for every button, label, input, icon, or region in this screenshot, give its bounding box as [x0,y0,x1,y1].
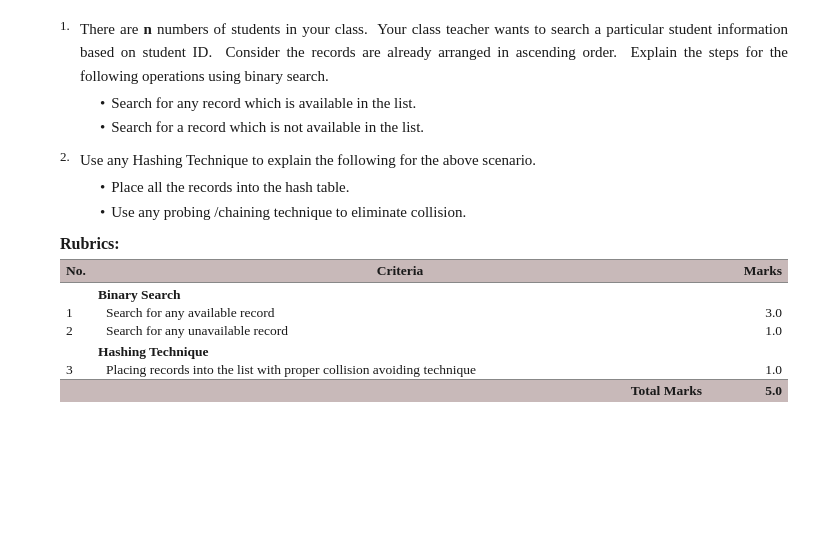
bullet-dot-icon: • [100,176,105,199]
bullet-dot-icon: • [100,92,105,115]
section-hashing: Hashing Technique [60,340,788,361]
total-row: Total Marks 5.0 [60,380,788,403]
q2-number: 2. [60,149,80,225]
q2-text: Use any Hashing Technique to explain the… [80,149,788,225]
section-header-label: Binary Search [92,283,708,305]
row-2-criteria: Search for any unavailable record [92,322,708,340]
rubrics-table: No. Criteria Marks Binary Search 1 Searc… [60,259,788,402]
q2-bullet-1: • Place all the records into the hash ta… [100,176,788,199]
question-1: 1. There are n numbers of students in yo… [60,18,788,141]
bullet-dot-icon: • [100,116,105,139]
section-no-empty [60,340,92,361]
row-3-marks: 1.0 [708,361,788,380]
table-header-row: No. Criteria Marks [60,260,788,283]
page: 1. There are n numbers of students in yo… [0,0,828,544]
col-header-no: No. [60,260,92,283]
row-2-marks: 1.0 [708,322,788,340]
q1-bullet-2: • Search for a record which is not avail… [100,116,788,139]
section-marks-empty [708,340,788,361]
col-header-marks: Marks [708,260,788,283]
section-header-label: Hashing Technique [92,340,708,361]
row-1-marks: 3.0 [708,304,788,322]
q1-bullets: • Search for any record which is availab… [100,92,788,139]
row-3-no: 3 [60,361,92,380]
section-no-empty [60,283,92,305]
row-1-criteria: Search for any available record [92,304,708,322]
table-row: 1 Search for any available record 3.0 [60,304,788,322]
section-marks-empty [708,283,788,305]
row-2-no: 2 [60,322,92,340]
section-binary-search: Binary Search [60,283,788,305]
q1-bold-n: n [143,21,151,37]
col-header-criteria: Criteria [92,260,708,283]
rubrics-title: Rubrics: [60,235,788,253]
table-row: 3 Placing records into the list with pro… [60,361,788,380]
q2-bullet-2: • Use any probing /chaining technique to… [100,201,788,224]
row-1-no: 1 [60,304,92,322]
table-row: 2 Search for any unavailable record 1.0 [60,322,788,340]
q1-text: There are n numbers of students in your … [80,18,788,141]
row-3-criteria: Placing records into the list with prope… [92,361,708,380]
bullet-dot-icon: • [100,201,105,224]
q1-number: 1. [60,18,80,141]
total-value: 5.0 [708,380,788,403]
q2-bullets: • Place all the records into the hash ta… [100,176,788,223]
question-2: 2. Use any Hashing Technique to explain … [60,149,788,225]
total-label: Total Marks [60,380,708,403]
q1-bullet-1: • Search for any record which is availab… [100,92,788,115]
